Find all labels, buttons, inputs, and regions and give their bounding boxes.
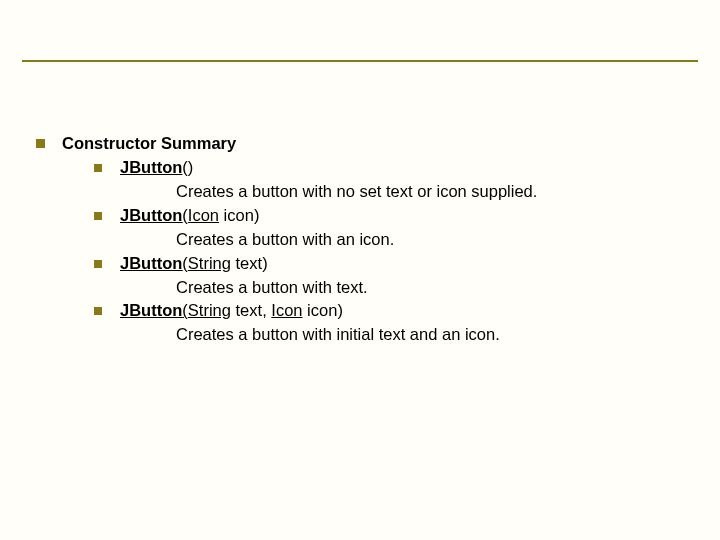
constructor-item: JButton(String text, Icon icon) bbox=[36, 299, 684, 323]
constructor-item: JButton() bbox=[36, 156, 684, 180]
type-link[interactable]: Icon bbox=[188, 206, 219, 224]
horizontal-rule bbox=[22, 60, 698, 62]
constructor-item: JButton(String text) bbox=[36, 252, 684, 276]
constructor-description: Creates a button with text. bbox=[36, 276, 684, 300]
square-bullet-icon bbox=[94, 260, 102, 268]
constructor-description: Creates a button with an icon. bbox=[36, 228, 684, 252]
square-bullet-icon bbox=[94, 307, 102, 315]
constructor-signature: JButton(Icon icon) bbox=[120, 204, 684, 228]
square-bullet-icon bbox=[94, 212, 102, 220]
type-link[interactable]: Icon bbox=[271, 301, 302, 319]
square-bullet-icon bbox=[94, 164, 102, 172]
constructor-item: JButton(Icon icon) bbox=[36, 204, 684, 228]
type-link[interactable]: String bbox=[188, 254, 231, 272]
constructor-description: Creates a button with no set text or ico… bbox=[36, 180, 684, 204]
type-link[interactable]: String bbox=[188, 301, 231, 319]
constructor-signature: JButton(String text, Icon icon) bbox=[120, 299, 684, 323]
constructor-signature: JButton(String text) bbox=[120, 252, 684, 276]
slide-content: Constructor Summary JButton() Creates a … bbox=[36, 132, 684, 347]
class-link[interactable]: JButton bbox=[120, 301, 182, 319]
class-link[interactable]: JButton bbox=[120, 158, 182, 176]
heading-row: Constructor Summary bbox=[36, 132, 684, 156]
constructor-description: Creates a button with initial text and a… bbox=[36, 323, 684, 347]
class-link[interactable]: JButton bbox=[120, 206, 182, 224]
class-link[interactable]: JButton bbox=[120, 254, 182, 272]
square-bullet-icon bbox=[36, 139, 45, 148]
constructor-signature: JButton() bbox=[120, 156, 684, 180]
heading-text: Constructor Summary bbox=[62, 132, 684, 156]
